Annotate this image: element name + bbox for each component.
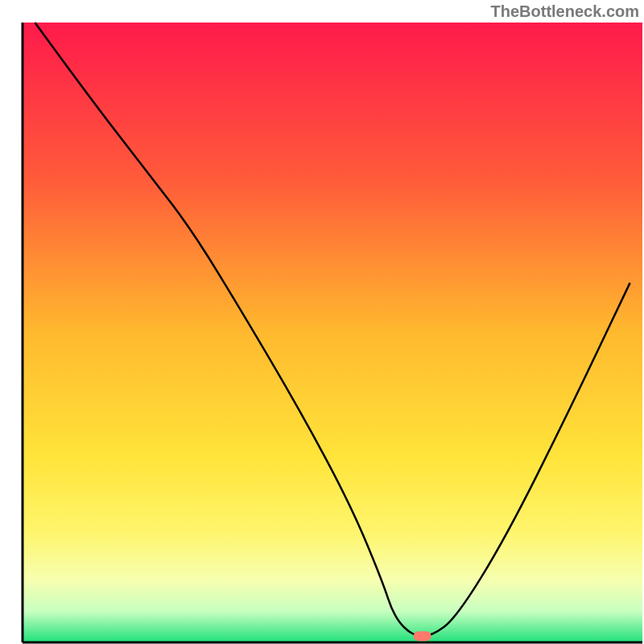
plot-background	[23, 23, 642, 642]
watermark-text: TheBottleneck.com	[491, 2, 639, 21]
bottleneck-chart	[0, 0, 644, 644]
chart-container: TheBottleneck.com	[0, 0, 644, 644]
optimal-marker	[414, 631, 431, 641]
